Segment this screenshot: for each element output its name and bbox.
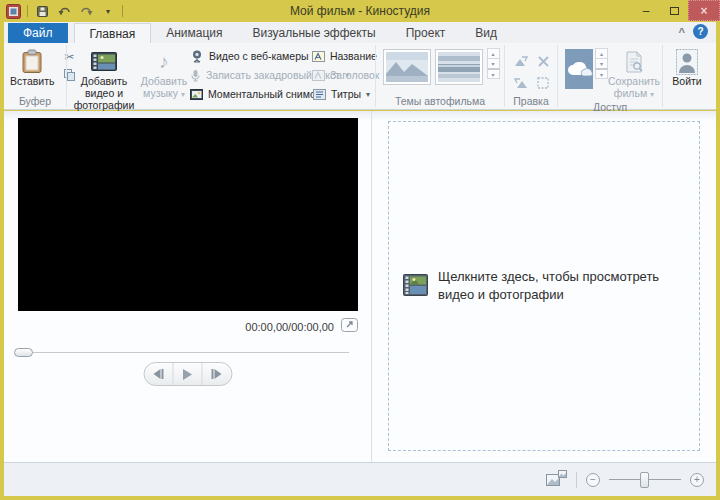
snapshot-icon: [190, 89, 203, 100]
microphone-icon: [190, 69, 201, 82]
signin-person-icon: [676, 48, 698, 75]
quick-access-toolbar: ▾: [34, 3, 123, 19]
rotate-right-icon[interactable]: [512, 74, 530, 92]
remove-icon[interactable]: [534, 52, 552, 70]
window-controls: – ×: [632, 0, 720, 21]
tab-animation[interactable]: Анимация: [151, 23, 237, 43]
dropdown-icon: ▾: [366, 90, 370, 99]
save-icon[interactable]: [34, 3, 50, 19]
tab-visual-effects[interactable]: Визуальные эффекты: [238, 23, 391, 43]
paste-button[interactable]: Вставить: [7, 46, 58, 87]
qat-customize-dropdown-icon[interactable]: ▾: [100, 3, 116, 19]
add-videos-photos-icon: [91, 48, 117, 75]
collapse-ribbon-icon[interactable]: ^: [679, 26, 685, 38]
themes-scroll-controls: ▴ ▾ ▾: [487, 49, 500, 79]
group-clipboard: Вставить ✂ Буфер: [4, 43, 66, 109]
seek-bar[interactable]: [17, 348, 349, 358]
onedrive-share-button[interactable]: [565, 49, 593, 89]
share-scroll-controls: ▴ ▾ ▾: [595, 49, 608, 79]
rotate-left-icon[interactable]: [512, 52, 530, 70]
video-preview[interactable]: [18, 118, 358, 311]
credits-button[interactable]: Титры ▾: [312, 86, 372, 102]
undo-icon[interactable]: [56, 3, 72, 19]
next-frame-button[interactable]: [202, 363, 231, 385]
group-label-themes: Темы автофильма: [376, 94, 504, 109]
content-area: 00:00,00/00:00,00: [4, 111, 716, 462]
seek-handle[interactable]: [14, 348, 33, 357]
app-icon[interactable]: [6, 4, 21, 19]
save-movie-icon: [625, 48, 643, 75]
tab-project[interactable]: Проект: [391, 23, 461, 43]
fullscreen-icon[interactable]: [341, 318, 358, 335]
signin-label: Войти: [672, 75, 701, 87]
group-label-signin: [663, 94, 711, 109]
dropdown-icon: ▾: [181, 90, 185, 99]
title-button[interactable]: Название: [312, 48, 372, 64]
zoom-out-button[interactable]: −: [586, 473, 600, 487]
snapshot-button[interactable]: Моментальный снимок: [190, 86, 312, 102]
group-signin: Войти: [663, 43, 711, 109]
caption-button[interactable]: Заголовок: [312, 67, 372, 83]
share-more-icon[interactable]: ▾: [595, 68, 608, 79]
group-automovie-themes: ▴ ▾ ▾ Темы автофильма: [376, 43, 504, 109]
paste-label: Вставить: [10, 75, 55, 87]
signin-button[interactable]: Войти: [669, 46, 704, 87]
paste-icon: [22, 48, 42, 75]
statusbar-controls: − +: [546, 463, 704, 496]
tab-file[interactable]: Файл: [8, 23, 68, 43]
title-label: Название: [330, 50, 377, 62]
maximize-button[interactable]: [660, 0, 688, 21]
save-movie-label: Сохранить фильм ▾: [608, 75, 660, 99]
group-add: Добавить видео и фотографии ♪ Добавить м…: [67, 43, 375, 109]
tabstrip-right-controls: ^ ?: [679, 24, 708, 39]
add-videos-photos-label: Добавить видео и фотографии: [73, 75, 135, 111]
snapshot-label: Моментальный снимок: [208, 88, 320, 100]
group-edit: Правка: [505, 43, 557, 109]
timecode: 00:00,00/00:00,00: [245, 321, 334, 333]
zoom-slider-handle[interactable]: [640, 472, 649, 488]
credits-label: Титры: [331, 88, 361, 100]
credits-icon: [312, 89, 326, 100]
webcam-video-label: Видео с веб-камеры: [209, 50, 309, 62]
theme-default-thumbnail[interactable]: [383, 49, 431, 85]
storyboard-pane: Щелкните здесь, чтобы просмотреть видео …: [372, 111, 716, 462]
time-row: 00:00,00/00:00,00: [245, 318, 358, 335]
group-label-clipboard: Буфер: [4, 94, 66, 109]
minimize-button[interactable]: –: [632, 0, 660, 21]
record-narration-button[interactable]: Записать закадровый текст ▾: [190, 67, 312, 83]
thumbnail-size-icon[interactable]: [546, 470, 567, 490]
browse-media-dropzone[interactable]: Щелкните здесь, чтобы просмотреть видео …: [388, 121, 700, 451]
ribbon-tabstrip: Файл Главная Анимация Визуальные эффекты…: [4, 22, 716, 43]
browse-media-hint: Щелкните здесь, чтобы просмотреть видео …: [438, 268, 685, 304]
webcam-video-button[interactable]: Видео с веб-камеры: [190, 48, 312, 64]
previous-frame-button[interactable]: [144, 363, 173, 385]
statusbar-separator: [576, 472, 577, 488]
transport-controls: [143, 362, 232, 386]
movie-maker-window: ▾ Мой фильм - Киностудия – × Файл Главна…: [0, 0, 720, 500]
seek-track[interactable]: [17, 352, 349, 354]
ribbon: Вставить ✂ Буфер Добавить видео и: [4, 43, 716, 110]
zoom-slider[interactable]: [609, 472, 681, 488]
title-icon: [312, 51, 325, 62]
redo-icon[interactable]: [78, 3, 94, 19]
add-videos-photos-button[interactable]: Добавить видео и фотографии: [70, 46, 138, 111]
add-minicol-capture: Видео с веб-камеры Записать закадровый т…: [190, 46, 312, 102]
titlebar: ▾ Мой фильм - Киностудия – ×: [0, 0, 720, 22]
add-music-button[interactable]: ♪ Добавить музыку ▾: [138, 46, 190, 99]
webcam-icon: [190, 50, 204, 63]
play-button[interactable]: [173, 363, 202, 385]
preview-pane: 00:00,00/00:00,00: [4, 111, 371, 462]
tab-home[interactable]: Главная: [74, 23, 152, 43]
maximize-icon: [670, 7, 679, 15]
select-all-icon[interactable]: [534, 74, 552, 92]
themes-more-icon[interactable]: ▾: [487, 68, 500, 79]
onedrive-cloud-icon: [565, 60, 593, 78]
theme-contemporary-thumbnail[interactable]: [435, 49, 483, 85]
zoom-in-button[interactable]: +: [690, 473, 704, 487]
tab-view[interactable]: Вид: [460, 23, 512, 43]
group-label-edit: Правка: [505, 94, 557, 109]
statusbar: − +: [4, 462, 716, 496]
close-button[interactable]: ×: [688, 0, 720, 21]
save-movie-button[interactable]: Сохранить фильм ▾: [608, 46, 660, 99]
help-icon[interactable]: ?: [693, 24, 708, 39]
